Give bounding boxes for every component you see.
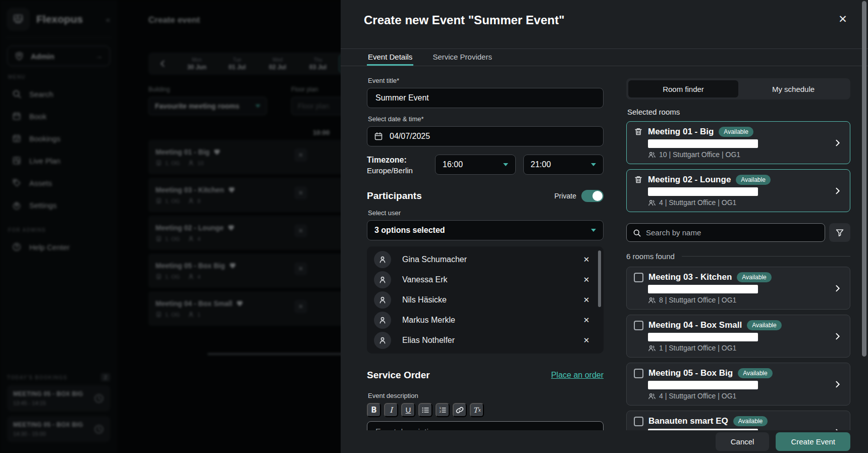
tab-event-details[interactable]: Event Details [367,49,413,66]
chevron-down-icon [503,163,508,166]
link-icon [456,406,464,414]
start-time-select[interactable]: 16:00 [435,155,516,175]
room-result-card[interactable]: Meeting 04 - Box Small Available 1 | Stu… [626,315,850,358]
clear-formatting-button[interactable]: Tx [470,403,484,417]
availability-badge: Available [738,368,772,378]
room-search-field [626,223,825,242]
chevron-down-icon [591,229,596,232]
event-description-textarea[interactable] [367,421,604,430]
end-time-select[interactable]: 21:00 [523,155,604,175]
select-user-label: Select user [368,209,604,217]
private-toggle[interactable] [581,190,604,202]
chevron-down-icon [591,163,596,166]
room-name: Meeting 04 - Box Small [648,320,742,330]
room-name: Banauten smart EQ [648,416,728,426]
avatar [374,312,391,329]
room-info: 1 | Stuttgart Office | OG1 [659,344,736,352]
participant-list-scrollbar[interactable] [598,250,601,307]
participant-row: Vanessa Erk ✕ [367,270,604,290]
remove-participant-button[interactable]: ✕ [580,255,592,264]
search-icon [633,229,641,237]
date-input[interactable] [367,126,604,146]
person-icon [378,336,387,344]
participants-heading: Participants [367,190,422,202]
room-info: 10 | Stuttgart Office | OG1 [659,150,740,159]
person-icon [378,256,387,264]
room-result-card[interactable]: Meeting 03 - Kitchen Available 8 | Stutt… [626,267,850,310]
redacted-room-detail [648,187,758,196]
remove-participant-button[interactable]: ✕ [580,336,592,345]
link-button[interactable] [453,403,467,417]
room-checkbox[interactable] [634,417,643,426]
underline-button[interactable]: U [401,403,415,417]
select-user-dropdown[interactable]: 3 options selected [367,220,604,240]
avatar [374,332,391,349]
room-result-card[interactable]: Meeting 05 - Box Big Available 4 | Stutt… [626,363,850,406]
chevron-right-icon[interactable] [834,139,842,147]
date-label: Select date & time* [368,115,604,123]
room-name: Meeting 02 - Lounge [648,175,731,185]
room-search-input[interactable] [646,228,819,237]
people-icon [648,344,656,352]
tab-service-providers[interactable]: Service Providers [431,49,493,66]
availability-badge: Available [736,175,770,185]
tab-my-schedule[interactable]: My schedule [738,80,848,97]
trash-icon[interactable] [634,127,643,136]
selected-room-card[interactable]: Meeting 02 - Lounge Available 4 | Stuttg… [626,169,850,212]
selected-rooms-label: Selected rooms [627,108,849,116]
event-description-label: Event description [368,392,604,399]
place-order-link[interactable]: Place an order [551,371,604,380]
room-result-card[interactable]: Banauten smart EQ Available [626,411,850,430]
filter-button[interactable] [829,223,850,242]
person-icon [378,276,387,284]
participant-row: Markus Merkle ✕ [367,310,604,330]
chevron-right-icon[interactable] [834,380,842,388]
redacted-room-detail [648,381,758,389]
participant-name: Nils Häsicke [402,295,580,305]
event-title-label: Event title* [368,77,604,84]
close-modal-button[interactable]: ✕ [836,12,850,26]
bullet-list-icon [421,406,429,414]
bullet-list-button[interactable] [418,403,432,417]
modal-title: Create new Event "Summer Event" [364,13,565,27]
room-name: Meeting 01 - Big [648,127,714,137]
selected-room-card[interactable]: Meeting 01 - Big Available 10 | Stuttgar… [626,121,850,164]
remove-participant-button[interactable]: ✕ [580,295,592,305]
availability-badge: Available [737,272,771,282]
avatar [374,291,391,309]
room-checkbox[interactable] [634,369,643,378]
private-label: Private [554,192,576,200]
toggle-knob [592,191,603,201]
ordered-list-button[interactable] [436,403,450,417]
chevron-right-icon[interactable] [834,332,842,340]
participant-row: Elias Nothelfer ✕ [367,330,604,350]
modal-footer: Cancel Create Event [341,430,868,453]
event-form: Event title* Select date & time* Timezon… [367,67,604,430]
cancel-button[interactable]: Cancel [716,432,770,451]
create-event-button[interactable]: Create Event [776,432,850,451]
room-panel: Room finder My schedule Selected rooms M… [626,67,850,430]
modal-body: Event title* Select date & time* Timezon… [341,67,861,430]
room-name: Meeting 03 - Kitchen [648,272,732,282]
remove-participant-button[interactable]: ✕ [580,275,592,284]
ordered-list-icon [439,406,447,414]
chevron-right-icon[interactable] [834,187,842,195]
event-title-input[interactable] [367,88,604,108]
timezone-label: Timezone: [367,156,407,164]
room-info: 4 | Stuttgart Office | OG1 [659,392,736,400]
room-checkbox[interactable] [634,321,643,330]
people-icon [648,151,656,159]
person-icon [378,296,387,304]
participant-name: Gina Schumacher [402,255,580,264]
filter-funnel-icon [835,228,844,237]
service-order-heading: Service Order [367,370,430,381]
chevron-right-icon[interactable] [834,284,842,292]
participant-name: Vanessa Erk [402,275,580,284]
italic-button[interactable]: I [384,403,398,417]
tab-room-finder[interactable]: Room finder [628,80,738,97]
trash-icon[interactable] [634,175,643,184]
remove-participant-button[interactable]: ✕ [580,316,592,325]
bold-button[interactable]: B [367,403,381,417]
modal-scrollbar[interactable] [862,1,866,357]
room-checkbox[interactable] [634,273,643,282]
